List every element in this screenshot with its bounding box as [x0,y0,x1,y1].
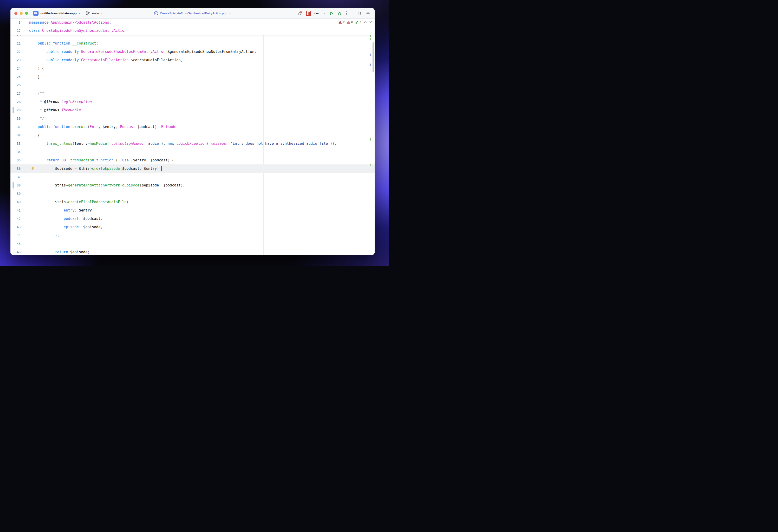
line-number: 27 [10,89,21,98]
error-count[interactable]: 2 [338,20,345,24]
more-actions-button[interactable] [345,11,348,15]
code-line-23[interactable]: 23 public readonly ConcatAudioFilesActio… [10,56,375,64]
chevron-down-icon[interactable] [101,12,103,14]
minimize-window-button[interactable] [20,12,23,15]
line-number: 42 [10,214,21,223]
stripe-mark[interactable] [370,164,371,166]
line-number: 32 [10,131,21,140]
line-number: 3 [10,18,21,27]
line-number: 31 [10,123,21,131]
ide-window: UA untitled-read-it-later-app main C C [10,8,375,255]
warning-count[interactable]: 6 [347,20,353,24]
zoom-window-button[interactable] [25,12,28,15]
stripe-mark[interactable] [370,54,371,56]
code-line-43[interactable]: 43 episode: $episode, [10,223,375,231]
code-line-17[interactable]: 17class CreateEpisodeFromSynthesizedEntr… [10,27,375,35]
code-line-39[interactable]: 39 [10,189,375,198]
run-configuration-name[interactable]: dev [314,12,320,15]
code-text: entry: $entry, [29,206,94,214]
debug-button[interactable] [337,11,342,16]
chevron-down-icon[interactable] [78,12,81,14]
line-number: 24 [10,64,21,73]
line-number: 34 [10,148,21,156]
code-text: episode: $episode, [29,223,102,231]
code-text: return $episode; [29,248,90,255]
run-button[interactable] [329,11,334,16]
code-text: public readonly ConcatAudioFilesAction $… [29,56,183,64]
scrollbar-thumb[interactable] [373,42,374,72]
svg-text:C: C [155,12,157,15]
settings-gear-button[interactable] [366,11,371,16]
code-line-36[interactable]: 36 $episode = $this→createEpisode($podca… [10,164,375,173]
inspections-widget[interactable]: 2 6 1 [338,20,372,24]
desktop-wallpaper: UA untitled-read-it-later-app main C C [0,0,389,266]
code-line-31[interactable]: 31 public function execute(Entry $entry,… [10,123,375,131]
previous-problem-button[interactable] [364,21,367,23]
code-line-32[interactable]: 32 { [10,131,375,140]
line-number: 33 [10,140,21,148]
chevron-down-icon[interactable] [229,12,231,14]
line-number: 35 [10,156,21,164]
sticky-lines-header[interactable]: 3namespace App\Domain\Podcasts\Actions;1… [10,18,375,35]
code-line-46[interactable]: 46 return $episode; [10,248,375,255]
code-line-34[interactable]: 34 [10,148,375,156]
line-number: 44 [10,231,21,240]
branch-name[interactable]: main [92,12,99,15]
project-icon: UA [33,11,38,16]
code-line-24[interactable]: 24 ) { [10,64,375,73]
code-line-40[interactable]: 40 $this→createFinalPodcastAudioFile( [10,198,375,206]
ok-count[interactable]: 1 [355,20,362,24]
line-number: 40 [10,198,21,206]
line-number: 41 [10,206,21,214]
code-line-3[interactable]: 3namespace App\Domain\Podcasts\Actions; [10,18,375,27]
line-number: 17 [10,27,21,35]
error-triangle-icon [338,20,342,24]
code-line-37[interactable]: 37 [10,173,375,181]
code-line-42[interactable]: 42 podcast: $podcast, [10,214,375,223]
stripe-mark[interactable] [370,138,371,141]
chevron-down-icon[interactable] [323,12,325,14]
file-switcher[interactable]: C CreateEpisodeFromSynthesizedEntryActio… [154,11,231,15]
line-number: 37 [10,173,21,181]
stripe-mark[interactable] [370,64,371,66]
code-line-22[interactable]: 22 public readonly GenerateEpisodeShowNo… [10,48,375,56]
code-line-45[interactable]: 45 [10,240,375,248]
code-line-28[interactable]: 28 * @throws LogicException [10,98,375,106]
php-class-icon: C [154,11,158,15]
git-branch-icon [85,11,90,16]
search-everywhere-button[interactable] [357,11,362,16]
text-caret [161,166,162,171]
project-name[interactable]: untitled-read-it-later-app [41,12,77,15]
code-editor[interactable]: 2021 public function __construct(22 publ… [10,18,375,255]
next-problem-button[interactable] [369,21,372,23]
code-text: /** [29,89,44,98]
line-number: 46 [10,248,21,255]
code-line-29[interactable]: 29 * @throws Throwable [10,106,375,114]
code-text: * @throws Throwable [29,106,81,114]
code-line-41[interactable]: 41 entry: $entry, [10,206,375,214]
titlebar: UA untitled-read-it-later-app main C C [10,8,375,18]
code-line-44[interactable]: 44 ); [10,231,375,240]
code-text: return DB::transaction(function () use (… [29,156,174,164]
code-text: $this→createFinalPodcastAudioFile( [29,198,129,206]
code-line-35[interactable]: 35 return DB::transaction(function () us… [10,156,375,164]
code-text: public readonly GenerateEpisodeShowNotes… [29,48,256,56]
code-text: class CreateEpisodeFromSynthesizedEntryA… [29,27,127,35]
code-line-25[interactable]: 25 } [10,73,375,81]
code-line-30[interactable]: 30 */ [10,114,375,123]
stripe-mark[interactable] [370,38,371,40]
code-line-21[interactable]: 21 public function __construct( [10,39,375,48]
code-line-38[interactable]: 38 $this→generateAndAttachArtworkToEpiso… [10,181,375,189]
current-file-name[interactable]: CreateEpisodeFromSynthesizedEntryAction.… [160,12,227,15]
line-number: 36 [10,164,21,173]
run-configuration-icon[interactable] [306,11,311,16]
code-line-33[interactable]: 33 throw_unless($entry→hasMedia( collect… [10,140,375,148]
mute-breakpoints-icon[interactable] [298,11,302,16]
close-window-button[interactable] [14,12,17,15]
code-text: throw_unless($entry→hasMedia( collection… [29,140,336,148]
code-line-26[interactable]: 26 [10,81,375,89]
line-number: 22 [10,48,21,56]
code-line-27[interactable]: 27 /** [10,89,375,98]
line-number: 26 [10,81,21,89]
titlebar-right: dev [231,11,375,16]
